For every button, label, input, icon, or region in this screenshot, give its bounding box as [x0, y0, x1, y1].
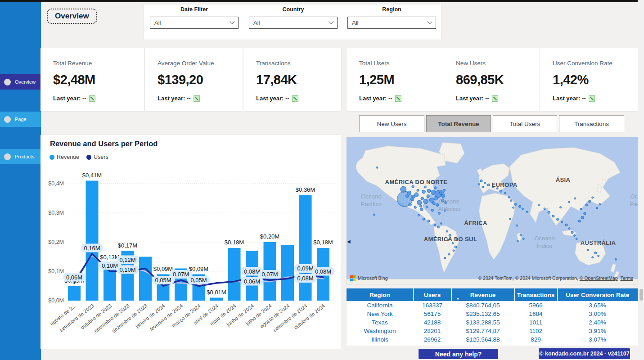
cell-transactions: 1684 [514, 310, 557, 318]
map-bubble [538, 204, 540, 206]
map-bubble [434, 196, 438, 200]
cell-revenue: $125.564,88 [451, 335, 514, 344]
table-row[interactable]: New York56175$235.132,6516843,00% [347, 310, 638, 318]
metric-button-total-revenue[interactable]: Total Revenue [426, 115, 491, 132]
map-bubble [522, 238, 524, 240]
map-bubble [401, 186, 406, 192]
region-filter-dropdown[interactable]: All [347, 17, 436, 29]
cell-region: Washington [347, 327, 413, 335]
map-bubble [574, 198, 576, 199]
table-row[interactable]: Texas42188$133.288,5510112,40% [347, 318, 638, 327]
page-circle-icon [4, 79, 11, 86]
map-bubble [424, 186, 426, 188]
kpi-footnote: Last year: -- [359, 95, 392, 102]
help-button[interactable]: Need any help? [419, 349, 498, 359]
map-bubble [500, 190, 502, 192]
map-bubble [589, 200, 591, 202]
revenue-bar[interactable] [139, 257, 152, 301]
legend-item-revenue[interactable]: Revenue [50, 154, 79, 160]
map-bubble [552, 215, 554, 217]
column-header-transactions[interactable]: Transactions [514, 288, 557, 301]
kpi-footnote: Last year: -- [158, 95, 191, 102]
map-bubble [496, 188, 498, 189]
table-row[interactable]: California163337$840.764,0559663,65% [347, 301, 638, 310]
map-collapse-icon[interactable]: ◀ [347, 239, 351, 244]
combo-chart-plot[interactable]: $0,0M$0,1M$0,2M$0,3M$0,4Magosto de 2...s… [41, 161, 341, 349]
map-bubble [420, 208, 423, 211]
cell-conversion: 3,07% [557, 335, 638, 344]
revenue-bar[interactable] [210, 298, 223, 301]
kpi-card-transactions: Transactions 17,84K Last year: -- [243, 48, 341, 111]
revenue-bar[interactable] [246, 251, 258, 301]
column-header-region[interactable]: Region [347, 288, 413, 301]
terms-link[interactable]: Terms [620, 275, 633, 281]
world-map[interactable]: AMÉRICA DO NORTEEUROPAÁSIAÁFRICAAMÉRICA … [347, 137, 638, 284]
version-badge: © kondado.com.br 2024 - v241107 [539, 348, 630, 359]
kpi-title: Total Revenue [53, 60, 140, 67]
legend-item-users[interactable]: Users [86, 154, 108, 160]
map-bubble [409, 203, 411, 206]
sidebar-item-products[interactable]: Products [0, 149, 41, 164]
chart-legend: Revenue Users [50, 154, 108, 160]
revenue-bar[interactable] [299, 195, 312, 301]
metric-button-new-users[interactable]: New Users [359, 115, 424, 132]
kpi-value: 1,42% [553, 72, 633, 87]
revenue-bar[interactable] [68, 286, 81, 301]
cell-revenue: $840.764,05 [451, 301, 514, 310]
revenue-bar[interactable] [281, 245, 294, 301]
users-data-label: 0,05M [190, 277, 207, 284]
date-filter-dropdown[interactable]: All [150, 17, 239, 29]
cell-conversion: 3,65% [557, 301, 638, 310]
revenue-users-chart-card: Revenue and Users per Period Revenue Use… [41, 135, 341, 349]
map-bubble [480, 180, 482, 182]
column-header-revenue[interactable]: Revenue▼ [451, 288, 514, 301]
column-header-user-conversion-rate[interactable]: User Conversion Rate [557, 288, 638, 301]
cell-transactions: 1011 [514, 318, 557, 327]
map-bubble [446, 230, 448, 232]
map-bubble [571, 231, 573, 234]
cell-conversion: 3,91% [557, 327, 638, 335]
kpi-title: New Users [456, 60, 535, 67]
table-row[interactable]: Illinois26962$125.564,888293,07% [347, 335, 638, 344]
openstreetmap-link[interactable]: © OpenStreetMap [580, 275, 618, 281]
cell-revenue: $235.132,65 [451, 310, 514, 318]
kpi-footnote: Last year: -- [53, 95, 86, 102]
metric-button-total-users[interactable]: Total Users [493, 115, 557, 132]
revenue-data-label: $0,17M [118, 242, 137, 249]
cell-transactions: 1102 [514, 327, 557, 335]
dashboard-root: Overview Page Products Overview Date Fil… [0, 0, 644, 360]
scrollbar-thumb[interactable] [639, 289, 643, 301]
map-bubble [444, 257, 446, 259]
map-bubble [374, 214, 375, 216]
users-data-label: 0,12M [119, 256, 135, 263]
scrollbar-track[interactable] [638, 0, 644, 360]
sidebar: Overview Page Products [0, 2, 41, 360]
sidebar-item-overview[interactable]: Overview [0, 74, 41, 90]
region-filter-label: Region [347, 6, 436, 13]
kpi-card-total-users: Total Users 1,25M Last year: -- [347, 48, 443, 111]
metric-button-transactions[interactable]: Transactions [559, 115, 624, 132]
kpi-title: Total Users [359, 60, 438, 67]
map-copyright: © 2024 TomTom, © 2024 Microsoft Corporat… [478, 275, 579, 281]
map-bubble [453, 250, 455, 252]
filter-bar: Date Filter All Country All Region All [144, 4, 441, 40]
country-filter-dropdown[interactable]: All [249, 17, 338, 29]
sidebar-item-page[interactable]: Page [0, 112, 41, 127]
table-row[interactable]: Washington28201$129.774,8711023,91% [347, 327, 638, 335]
trend-down-icon [395, 95, 401, 102]
map-bubble [517, 240, 518, 242]
users-data-label: 0,08M [297, 275, 313, 282]
revenue-bar[interactable] [86, 181, 99, 301]
revenue-bar[interactable] [228, 248, 241, 301]
map-bubble [407, 191, 411, 194]
map-bubble [452, 242, 454, 244]
region-filter-value: All [352, 19, 358, 26]
map-bubble [441, 199, 444, 202]
column-header-users[interactable]: Users [413, 288, 451, 301]
map-bubble [565, 224, 567, 226]
map-bubble [548, 211, 550, 213]
map-bubble [443, 189, 445, 191]
map-bubble [414, 206, 416, 208]
page-circle-icon [4, 116, 11, 123]
map-bubble [482, 186, 484, 188]
